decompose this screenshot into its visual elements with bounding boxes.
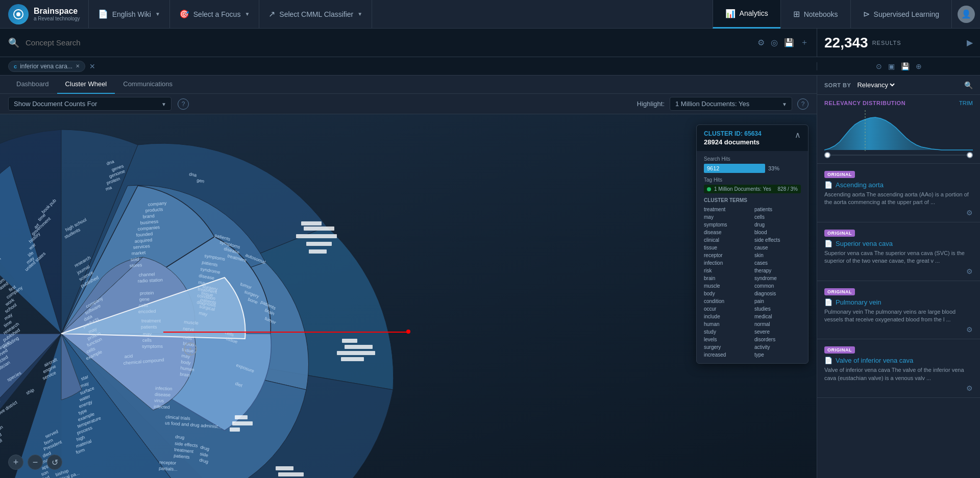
svg-text:football: football: [0, 438, 3, 450]
logo-main-text: Brainspace: [34, 7, 80, 16]
result-gear-icon[interactable]: ⚙: [966, 267, 973, 275]
tab-dashboard[interactable]: Dashboard: [8, 76, 57, 94]
svg-rect-6: [306, 242, 332, 246]
search-tag[interactable]: c inferior vena cara... ✕: [8, 61, 85, 72]
tag-dot: [707, 187, 711, 191]
nav-supervised[interactable]: ⊳ Supervised Learning: [850, 0, 951, 29]
search-icon: 🔍: [8, 37, 19, 48]
action-icon-1[interactable]: ⊙: [876, 62, 882, 70]
add-icon[interactable]: ＋: [800, 37, 808, 48]
cluster-term-left: muscle: [704, 283, 750, 289]
cluster-term-right: common: [754, 283, 801, 289]
relevancy-slider[interactable]: [824, 152, 973, 158]
slider-track[interactable]: [830, 155, 967, 156]
results-list[interactable]: ORIGINAL 📄 Ascending aorta Ascending aor…: [817, 164, 980, 478]
tag-close-icon[interactable]: ✕: [76, 63, 80, 69]
svg-rect-16: [230, 427, 240, 432]
nav-cmml[interactable]: ↗ Select CMML Classifier ▼: [259, 0, 372, 29]
result-gear-icon[interactable]: ⚙: [966, 325, 973, 334]
tag-c-label: c: [14, 63, 17, 69]
nav-dataset[interactable]: 📄 English Wiki ▼: [88, 0, 170, 29]
cluster-term-right: type: [754, 351, 801, 358]
slider-left-dot[interactable]: [824, 152, 830, 158]
slider-right-dot[interactable]: [967, 152, 973, 158]
tab-communications[interactable]: Communications: [115, 76, 181, 94]
cluster-term-right: medical: [754, 313, 801, 320]
wheel-area[interactable]: pub book time art government history war…: [0, 114, 817, 478]
logo-sub-text: a Reveal technology: [34, 16, 80, 21]
nav-focus[interactable]: 🎯 Select a Focus ▼: [170, 0, 260, 29]
svg-text:treatment: treatment: [141, 318, 161, 323]
cluster-term-left: include: [704, 313, 750, 320]
svg-text:ship: ship: [25, 387, 35, 396]
cluster-term-right: skin: [754, 252, 801, 259]
result-gear-icon[interactable]: ⚙: [966, 384, 973, 392]
result-gear-icon[interactable]: ⚙: [966, 209, 973, 217]
notebooks-icon: ⊞: [793, 9, 800, 19]
svg-text:encoded: encoded: [138, 309, 156, 314]
action-icon-3[interactable]: 💾: [901, 62, 910, 70]
svg-text:disease: disease: [155, 392, 170, 397]
search-hits-bar: 9612: [704, 164, 765, 173]
cluster-term-left: levels: [704, 336, 750, 343]
zoom-out-button[interactable]: −: [28, 455, 43, 470]
search-input[interactable]: [26, 38, 751, 47]
filter-select-wrap[interactable]: Show Document Counts For ▼: [8, 97, 172, 111]
sort-search-icon[interactable]: 🔍: [964, 81, 973, 89]
svg-text:brand: brand: [142, 213, 155, 219]
cluster-wheel-svg[interactable]: pub book time art government history war…: [0, 114, 444, 478]
results-count: 22,343: [824, 35, 868, 51]
cluster-term-right: cause: [754, 244, 801, 251]
result-card[interactable]: ORIGINAL 📄 Ascending aorta Ascending aor…: [817, 164, 980, 222]
filter-icon[interactable]: ⚙: [757, 38, 765, 47]
logo-icon: [8, 4, 29, 24]
result-badge: ORIGINAL: [824, 346, 855, 354]
tag-clear-all[interactable]: ✕: [89, 62, 95, 70]
zoom-in-button[interactable]: +: [8, 455, 23, 470]
target-icon[interactable]: ◎: [771, 38, 778, 47]
cluster-id: CLUSTER ID: 65634: [704, 130, 762, 137]
nav-notebooks[interactable]: ⊞ Notebooks: [780, 0, 850, 29]
result-doc-icon: 📄: [824, 240, 832, 247]
tag-count: 828 / 3%: [778, 186, 798, 192]
focus-icon: 🎯: [179, 9, 189, 19]
svg-text:stores: stores: [129, 262, 142, 268]
cluster-term-left: receptor: [704, 252, 750, 259]
result-card[interactable]: ORIGINAL 📄 Superior vena cava Superior v…: [817, 222, 980, 281]
cluster-term-right: diagnosis: [754, 290, 801, 297]
reset-button[interactable]: ↺: [47, 455, 62, 470]
result-card[interactable]: ORIGINAL 📄 Pulmonary vein Pulmonary vein…: [817, 281, 980, 340]
cluster-term-left: brain: [704, 275, 750, 282]
svg-rect-8: [342, 339, 357, 343]
action-icon-2[interactable]: ▣: [888, 62, 895, 70]
svg-text:cells: cells: [142, 338, 152, 343]
sort-select[interactable]: Relevancy: [855, 81, 896, 89]
user-avatar[interactable]: 👤: [951, 0, 980, 29]
trim-link[interactable]: TRIM: [959, 100, 973, 106]
filter-help-icon[interactable]: ?: [178, 98, 189, 110]
tag-hit-row: 1 Million Documents: Yes 828 / 3%: [704, 185, 801, 193]
svg-rect-14: [235, 415, 248, 419]
search-hits-label: Search Hits: [704, 156, 801, 162]
highlight-help-icon[interactable]: ?: [797, 98, 808, 110]
svg-rect-4: [304, 227, 334, 231]
filter-select[interactable]: Show Document Counts For: [8, 97, 172, 111]
tag-text: inferior vena cara...: [20, 63, 72, 70]
save-icon[interactable]: 💾: [784, 38, 794, 47]
logo-area: Brainspace a Reveal technology: [0, 4, 88, 24]
cluster-term-right: severe: [754, 329, 801, 335]
cluster-term-left: occur: [704, 306, 750, 312]
result-card[interactable]: ORIGINAL 📄 Valve of inferior vena cava V…: [817, 339, 980, 398]
pointer-line: [163, 332, 408, 333]
cluster-term-left: infection: [704, 260, 750, 266]
highlight-select[interactable]: 1 Million Documents: Yes: [670, 97, 792, 111]
cluster-close-btn[interactable]: ∧: [795, 130, 801, 140]
highlight-select-wrap[interactable]: 1 Million Documents: Yes ▼: [670, 97, 792, 111]
svg-rect-15: [232, 421, 253, 425]
results-next-icon[interactable]: ▶: [967, 38, 973, 47]
nav-analytics[interactable]: 📊 Analytics: [713, 0, 780, 29]
action-icon-4[interactable]: ⊕: [916, 62, 922, 70]
cluster-term-right: activity: [754, 344, 801, 350]
result-title: Pulmonary vein: [836, 298, 881, 306]
tab-cluster-wheel[interactable]: Cluster Wheel: [57, 76, 115, 94]
